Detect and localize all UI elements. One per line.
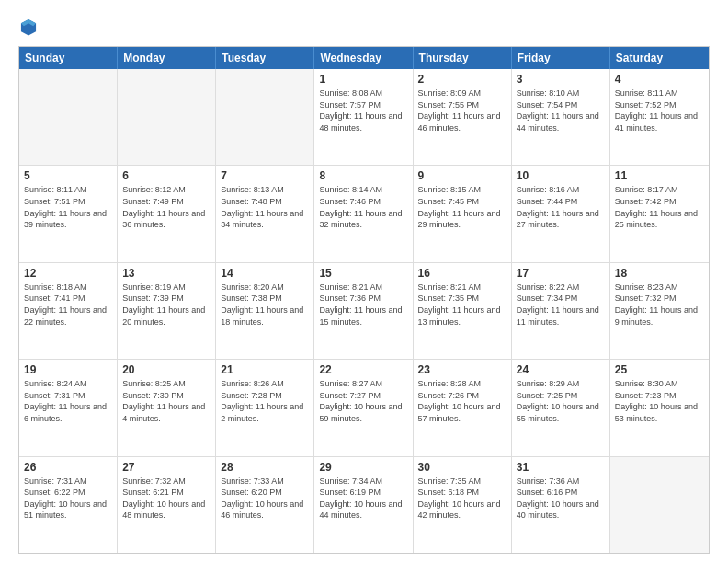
logo <box>18 17 42 37</box>
day-info: Sunrise: 7:34 AM Sunset: 6:19 PM Dayligh… <box>319 476 407 522</box>
day-info: Sunrise: 8:12 AM Sunset: 7:49 PM Dayligh… <box>122 184 210 230</box>
day-number: 18 <box>615 267 704 280</box>
day-info: Sunrise: 8:10 AM Sunset: 7:54 PM Dayligh… <box>517 87 605 133</box>
day-number: 7 <box>221 169 309 182</box>
day-info: Sunrise: 8:23 AM Sunset: 7:32 PM Dayligh… <box>615 282 704 327</box>
day-cell-17: 17Sunrise: 8:22 AM Sunset: 7:34 PM Dayli… <box>512 263 610 359</box>
day-cell-25: 25Sunrise: 8:30 AM Sunset: 7:23 PM Dayli… <box>610 360 709 455</box>
day-number: 31 <box>517 461 605 474</box>
day-cell-28: 28Sunrise: 7:33 AM Sunset: 6:20 PM Dayli… <box>216 457 314 553</box>
header-day-saturday: Saturday <box>610 47 709 69</box>
day-cell-22: 22Sunrise: 8:27 AM Sunset: 7:27 PM Dayli… <box>314 360 413 455</box>
day-info: Sunrise: 8:22 AM Sunset: 7:34 PM Dayligh… <box>517 282 605 327</box>
day-cell-24: 24Sunrise: 8:29 AM Sunset: 7:25 PM Dayli… <box>512 360 610 455</box>
day-number: 13 <box>122 267 210 280</box>
day-cell-5: 5Sunrise: 8:11 AM Sunset: 7:51 PM Daylig… <box>19 166 118 261</box>
day-cell-8: 8Sunrise: 8:14 AM Sunset: 7:46 PM Daylig… <box>314 166 413 261</box>
day-number: 10 <box>517 169 605 182</box>
week-row-3: 12Sunrise: 8:18 AM Sunset: 7:41 PM Dayli… <box>19 262 709 359</box>
day-number: 3 <box>517 73 605 86</box>
day-number: 12 <box>24 267 112 280</box>
day-cell-30: 30Sunrise: 7:35 AM Sunset: 6:18 PM Dayli… <box>414 457 512 553</box>
day-info: Sunrise: 8:17 AM Sunset: 7:42 PM Dayligh… <box>615 184 704 230</box>
logo-icon <box>18 17 39 37</box>
day-cell-26: 26Sunrise: 7:31 AM Sunset: 6:22 PM Dayli… <box>19 457 118 553</box>
day-number: 20 <box>122 363 210 376</box>
day-info: Sunrise: 8:29 AM Sunset: 7:25 PM Dayligh… <box>517 378 605 424</box>
header-day-wednesday: Wednesday <box>314 47 413 69</box>
empty-cell <box>19 69 118 165</box>
day-info: Sunrise: 8:19 AM Sunset: 7:39 PM Dayligh… <box>122 282 210 327</box>
day-info: Sunrise: 8:27 AM Sunset: 7:27 PM Dayligh… <box>319 378 407 424</box>
header-day-tuesday: Tuesday <box>216 47 314 69</box>
day-info: Sunrise: 8:14 AM Sunset: 7:46 PM Dayligh… <box>319 184 407 230</box>
day-cell-10: 10Sunrise: 8:16 AM Sunset: 7:44 PM Dayli… <box>512 166 610 261</box>
day-number: 25 <box>615 363 704 376</box>
day-number: 24 <box>517 363 605 376</box>
day-cell-11: 11Sunrise: 8:17 AM Sunset: 7:42 PM Dayli… <box>610 166 709 261</box>
day-cell-23: 23Sunrise: 8:28 AM Sunset: 7:26 PM Dayli… <box>414 360 512 455</box>
day-info: Sunrise: 8:18 AM Sunset: 7:41 PM Dayligh… <box>24 282 112 327</box>
day-number: 27 <box>122 461 210 474</box>
day-cell-29: 29Sunrise: 7:34 AM Sunset: 6:19 PM Dayli… <box>314 457 413 553</box>
calendar-body: 1Sunrise: 8:08 AM Sunset: 7:57 PM Daylig… <box>19 69 709 553</box>
day-number: 6 <box>122 169 210 182</box>
day-number: 23 <box>418 363 506 376</box>
day-info: Sunrise: 8:24 AM Sunset: 7:31 PM Dayligh… <box>24 378 112 424</box>
day-number: 14 <box>221 267 309 280</box>
empty-cell <box>118 69 216 165</box>
day-cell-21: 21Sunrise: 8:26 AM Sunset: 7:28 PM Dayli… <box>216 360 314 455</box>
day-info: Sunrise: 8:28 AM Sunset: 7:26 PM Dayligh… <box>418 378 506 424</box>
day-cell-6: 6Sunrise: 8:12 AM Sunset: 7:49 PM Daylig… <box>118 166 216 261</box>
day-info: Sunrise: 7:35 AM Sunset: 6:18 PM Dayligh… <box>418 476 506 522</box>
week-row-1: 1Sunrise: 8:08 AM Sunset: 7:57 PM Daylig… <box>19 69 709 165</box>
day-info: Sunrise: 7:32 AM Sunset: 6:21 PM Dayligh… <box>122 476 210 522</box>
day-number: 29 <box>319 461 407 474</box>
day-number: 1 <box>319 73 407 86</box>
day-number: 11 <box>615 169 704 182</box>
week-row-5: 26Sunrise: 7:31 AM Sunset: 6:22 PM Dayli… <box>19 456 709 553</box>
day-info: Sunrise: 8:15 AM Sunset: 7:45 PM Dayligh… <box>418 184 506 230</box>
day-number: 4 <box>615 73 704 86</box>
day-info: Sunrise: 7:33 AM Sunset: 6:20 PM Dayligh… <box>221 476 309 522</box>
header-day-friday: Friday <box>512 47 610 69</box>
day-info: Sunrise: 8:30 AM Sunset: 7:23 PM Dayligh… <box>615 378 704 424</box>
header-day-thursday: Thursday <box>414 47 512 69</box>
day-cell-27: 27Sunrise: 7:32 AM Sunset: 6:21 PM Dayli… <box>118 457 216 553</box>
day-number: 26 <box>24 461 112 474</box>
day-info: Sunrise: 8:11 AM Sunset: 7:51 PM Dayligh… <box>24 184 112 230</box>
day-info: Sunrise: 8:26 AM Sunset: 7:28 PM Dayligh… <box>221 378 309 424</box>
day-cell-12: 12Sunrise: 8:18 AM Sunset: 7:41 PM Dayli… <box>19 263 118 359</box>
day-number: 2 <box>418 73 506 86</box>
day-info: Sunrise: 8:25 AM Sunset: 7:30 PM Dayligh… <box>122 378 210 424</box>
day-cell-9: 9Sunrise: 8:15 AM Sunset: 7:45 PM Daylig… <box>414 166 512 261</box>
day-cell-13: 13Sunrise: 8:19 AM Sunset: 7:39 PM Dayli… <box>118 263 216 359</box>
empty-cell <box>216 69 314 165</box>
day-number: 9 <box>418 169 506 182</box>
day-cell-16: 16Sunrise: 8:21 AM Sunset: 7:35 PM Dayli… <box>414 263 512 359</box>
day-cell-7: 7Sunrise: 8:13 AM Sunset: 7:48 PM Daylig… <box>216 166 314 261</box>
day-info: Sunrise: 8:08 AM Sunset: 7:57 PM Dayligh… <box>319 87 407 133</box>
day-cell-4: 4Sunrise: 8:11 AM Sunset: 7:52 PM Daylig… <box>610 69 709 165</box>
day-number: 28 <box>221 461 309 474</box>
day-info: Sunrise: 8:21 AM Sunset: 7:35 PM Dayligh… <box>418 282 506 327</box>
day-info: Sunrise: 8:16 AM Sunset: 7:44 PM Dayligh… <box>517 184 605 230</box>
day-cell-31: 31Sunrise: 7:36 AM Sunset: 6:16 PM Dayli… <box>512 457 610 553</box>
header-day-monday: Monday <box>118 47 216 69</box>
page: SundayMondayTuesdayWednesdayThursdayFrid… <box>0 0 728 563</box>
calendar-header: SundayMondayTuesdayWednesdayThursdayFrid… <box>19 47 709 69</box>
day-cell-18: 18Sunrise: 8:23 AM Sunset: 7:32 PM Dayli… <box>610 263 709 359</box>
day-cell-15: 15Sunrise: 8:21 AM Sunset: 7:36 PM Dayli… <box>314 263 413 359</box>
day-info: Sunrise: 8:20 AM Sunset: 7:38 PM Dayligh… <box>221 282 309 327</box>
week-row-2: 5Sunrise: 8:11 AM Sunset: 7:51 PM Daylig… <box>19 165 709 261</box>
day-cell-1: 1Sunrise: 8:08 AM Sunset: 7:57 PM Daylig… <box>314 69 413 165</box>
calendar: SundayMondayTuesdayWednesdayThursdayFrid… <box>18 46 710 554</box>
day-number: 17 <box>517 267 605 280</box>
day-number: 5 <box>24 169 112 182</box>
day-number: 8 <box>319 169 407 182</box>
empty-cell <box>610 457 709 553</box>
day-number: 30 <box>418 461 506 474</box>
day-info: Sunrise: 7:36 AM Sunset: 6:16 PM Dayligh… <box>517 476 605 522</box>
header-day-sunday: Sunday <box>19 47 118 69</box>
day-cell-14: 14Sunrise: 8:20 AM Sunset: 7:38 PM Dayli… <box>216 263 314 359</box>
